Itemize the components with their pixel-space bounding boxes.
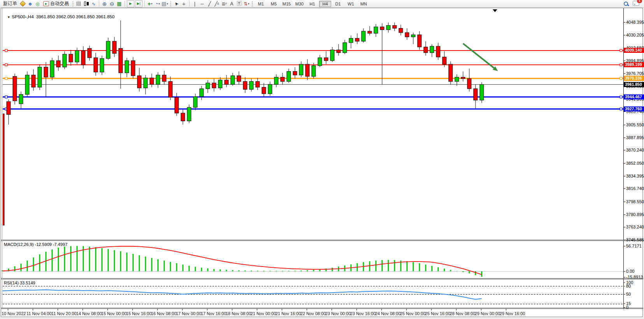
timeline-label: 21 Nov 16:00 <box>275 311 301 316</box>
timeframe-h1[interactable]: H1 <box>306 1 318 7</box>
search-icon[interactable] <box>623 1 629 7</box>
timeframe-m5[interactable]: M5 <box>268 1 280 7</box>
trendline-icon[interactable]: ╱ <box>206 1 213 7</box>
timeline-label: 14 Nov 08:00 <box>76 311 102 316</box>
toolbar-grip <box>170 1 172 7</box>
chart-shift-icon[interactable]: ▶| <box>135 0 142 7</box>
timeframe-w1[interactable]: W1 <box>345 1 357 7</box>
signals-icon[interactable]: ◎ <box>34 1 41 7</box>
timeline-label: 17 Nov 16:00 <box>201 311 226 316</box>
arrows-tool-icon[interactable]: ⇅▾ <box>243 1 250 7</box>
price-level-badge: 3989.199 <box>624 62 644 67</box>
timeline-label: 23 Nov 00:00 <box>325 311 351 316</box>
timeline-label: 11 Nov 20:00 <box>51 311 77 316</box>
text-tool-icon[interactable]: A <box>228 1 235 7</box>
separator <box>189 1 190 7</box>
macd-label: MACD(12,26,9) -12.5909 -7.4997 <box>4 242 67 247</box>
symbol-quote-text: SP500-,H4 3961.850 3962.050 3961.850 396… <box>12 14 114 19</box>
notification-badge[interactable]: 1 <box>637 0 642 3</box>
metaquotes-icon[interactable] <box>19 1 26 7</box>
timeline-label: 18 Nov 08:00 <box>226 311 251 316</box>
timeframe-d1[interactable]: D1 <box>332 1 344 7</box>
vertical-line-icon[interactable]: | <box>191 1 198 7</box>
tile-windows-icon[interactable]: ▦ <box>116 1 123 7</box>
toolbar-grip <box>251 1 253 7</box>
text-label-tool-icon[interactable]: T <box>236 1 242 7</box>
separator <box>125 1 125 7</box>
zoom-out-icon[interactable]: ⊖ <box>109 1 115 7</box>
rsi-label: RSI(14) 33.5149 <box>4 281 35 285</box>
price-level-badge: 3961.850 <box>624 82 644 87</box>
cursor-icon[interactable]: ➤ <box>173 1 180 7</box>
timeframe-group: M1M5M15M30H1H4D1W1MN <box>255 1 370 7</box>
symbol-dropdown-icon[interactable]: ▼ <box>7 16 10 19</box>
timeline-label: 15 Nov 16:00 <box>126 311 151 316</box>
zoom-in-icon[interactable]: ⊕ <box>101 1 108 7</box>
line-chart-icon[interactable]: ∿ <box>90 1 97 7</box>
timeline-label: 28 Nov 08:00 <box>450 311 475 316</box>
new-order-button[interactable]: 新订单 <box>2 0 19 8</box>
crosshair-icon[interactable]: + <box>181 1 187 7</box>
timeline-label: 17 Nov 00:00 <box>176 311 201 316</box>
equidistant-channel-icon[interactable]: ╱E <box>214 1 220 7</box>
toolbar: 新订单 ☻ ◎ ▶ 自动交易 ∿ ⊕ ⊖ ▦ ▶ ▶| +▾ ◔▾ ▤▾ ➤ +… <box>0 0 644 8</box>
timeline-label: 10 Nov 2022 <box>2 311 26 316</box>
timeline-label: 25 Nov 16:00 <box>425 311 450 316</box>
toolbar-grip <box>72 1 74 7</box>
timeline-label: 24 Nov 08:00 <box>375 311 400 316</box>
timeline-label: 29 Nov 00:00 <box>475 311 500 316</box>
horizontal-line-icon[interactable]: ─ <box>199 1 205 7</box>
autoscroll-icon[interactable]: ▶ <box>127 0 134 7</box>
indicators-icon[interactable]: +▾ <box>147 1 153 7</box>
price-level-badge: 3970.336 <box>624 76 644 81</box>
timeline-label: 15 Nov 00:00 <box>101 311 126 316</box>
timeline-label: 22 Nov 08:00 <box>300 311 326 316</box>
timeline-label: 25 Nov 00:00 <box>400 311 425 316</box>
timeline-label: 11 Nov 04:00 <box>26 311 52 316</box>
community-icon[interactable]: ☻ <box>27 1 33 7</box>
auto-trading-icon: ▶ <box>43 1 49 6</box>
fibonacci-icon[interactable]: ≣F <box>221 1 228 7</box>
timeframe-mn[interactable]: MN <box>358 1 370 7</box>
timeline-label: 16 Nov 08:00 <box>151 311 176 316</box>
timeline-label: 23 Nov 16:00 <box>350 311 376 316</box>
price-level-badge: 3944.467 <box>624 94 644 99</box>
periods-icon[interactable]: ◔▾ <box>154 1 161 7</box>
template-icon[interactable]: ▤▾ <box>161 1 168 7</box>
timeline-label: 21 Nov 00:00 <box>251 311 276 316</box>
timeframe-m15[interactable]: M15 <box>281 1 293 7</box>
auto-trading-label: 自动交易 <box>50 0 69 7</box>
timeframe-m30[interactable]: M30 <box>293 1 305 7</box>
price-level-badge: 3927.760 <box>624 106 644 112</box>
candlestick-chart-icon[interactable] <box>83 1 89 7</box>
auto-trading-button[interactable]: ▶ 自动交易 <box>42 0 70 8</box>
new-order-label: 新订单 <box>3 0 17 7</box>
timeframe-m1[interactable]: M1 <box>255 1 267 7</box>
separator <box>99 1 99 7</box>
bar-chart-icon[interactable] <box>75 1 82 7</box>
timeframe-h4[interactable]: H4 <box>319 1 331 7</box>
symbol-label: ▼SP500-,H4 3961.850 3962.050 3961.850 39… <box>5 10 114 19</box>
timeline-label: 29 Nov 16:00 <box>500 311 525 316</box>
chart-window[interactable] <box>1 8 643 317</box>
price-level-badge: 4009.140 <box>624 48 644 53</box>
separator <box>144 1 145 7</box>
